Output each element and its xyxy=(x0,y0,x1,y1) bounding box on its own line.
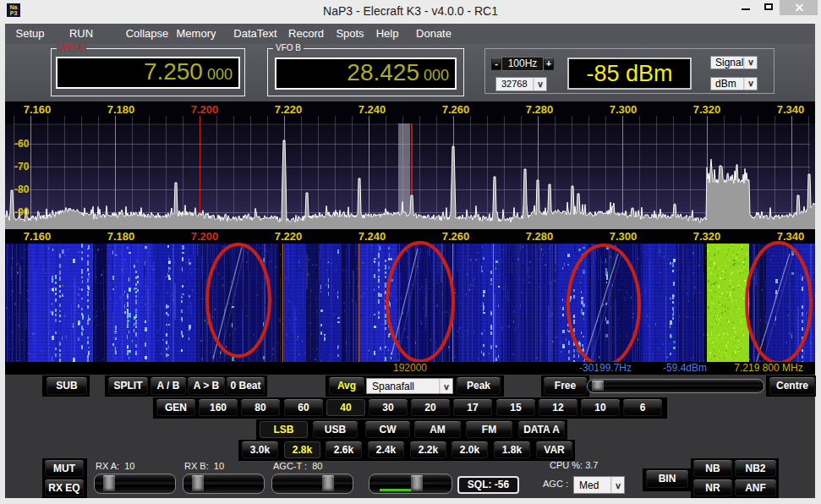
svg-text:7.260: 7.260 xyxy=(442,230,470,243)
svg-text:7.160: 7.160 xyxy=(24,103,52,116)
svg-text:7.260: 7.260 xyxy=(442,103,470,116)
svg-text:7.340: 7.340 xyxy=(777,103,805,116)
svg-text:7.300: 7.300 xyxy=(610,103,638,116)
svg-text:-60: -60 xyxy=(14,138,30,150)
svg-text:7.160: 7.160 xyxy=(24,230,52,243)
svg-text:7.200: 7.200 xyxy=(191,103,219,116)
svg-text:192000: 192000 xyxy=(393,362,427,374)
svg-text:7.300: 7.300 xyxy=(610,230,638,243)
svg-text:7.340: 7.340 xyxy=(777,230,805,243)
svg-text:7.320: 7.320 xyxy=(693,103,721,116)
svg-text:-59.4dBm: -59.4dBm xyxy=(663,362,707,374)
svg-text:-90: -90 xyxy=(14,206,30,218)
svg-text:7.280: 7.280 xyxy=(526,230,554,243)
svg-text:7.280: 7.280 xyxy=(526,103,554,116)
svg-text:7.200: 7.200 xyxy=(191,230,219,243)
svg-text:-80: -80 xyxy=(14,184,30,195)
svg-text:7.220: 7.220 xyxy=(275,103,303,116)
svg-text:7.180: 7.180 xyxy=(107,230,135,243)
svg-text:-30199.7Hz: -30199.7Hz xyxy=(579,362,632,374)
svg-text:7.180: 7.180 xyxy=(107,103,135,116)
svg-text:7.240: 7.240 xyxy=(359,103,386,116)
svg-text:7.220: 7.220 xyxy=(275,230,303,243)
svg-text:-70: -70 xyxy=(14,161,30,173)
svg-text:7.219 800 MHz: 7.219 800 MHz xyxy=(734,362,802,374)
svg-text:7.240: 7.240 xyxy=(359,230,386,243)
svg-text:7.320: 7.320 xyxy=(693,230,721,243)
